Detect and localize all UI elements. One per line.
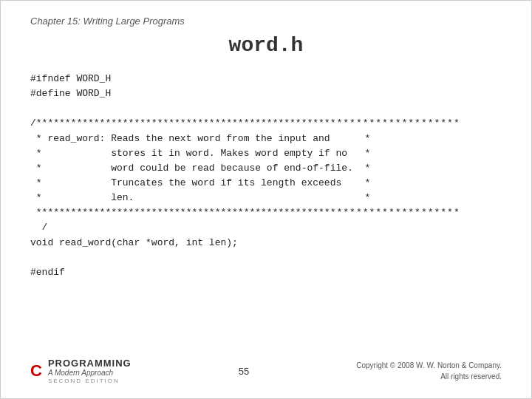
logo-line3: SECOND EDITION	[48, 378, 132, 385]
logo-c-letter: C	[30, 361, 42, 381]
footer: C PROGRAMMING A Modern Approach SECOND E…	[1, 358, 531, 385]
slide-container: Chapter 15: Writing Large Programs word.…	[0, 0, 532, 399]
code-block: #ifndef WORD_H #define WORD_H /*********…	[30, 72, 502, 280]
chapter-title: Chapter 15: Writing Large Programs	[30, 16, 502, 27]
slide-title: word.h	[30, 34, 502, 57]
logo-text: PROGRAMMING A Modern Approach SECOND EDI…	[48, 358, 132, 385]
logo-line1: PROGRAMMING	[48, 358, 132, 369]
copyright-text: Copyright © 2008 W. W. Norton & Company.…	[356, 360, 502, 382]
page-number: 55	[239, 366, 249, 377]
logo-line2: A Modern Approach	[48, 369, 132, 378]
logo-area: C PROGRAMMING A Modern Approach SECOND E…	[30, 358, 132, 385]
